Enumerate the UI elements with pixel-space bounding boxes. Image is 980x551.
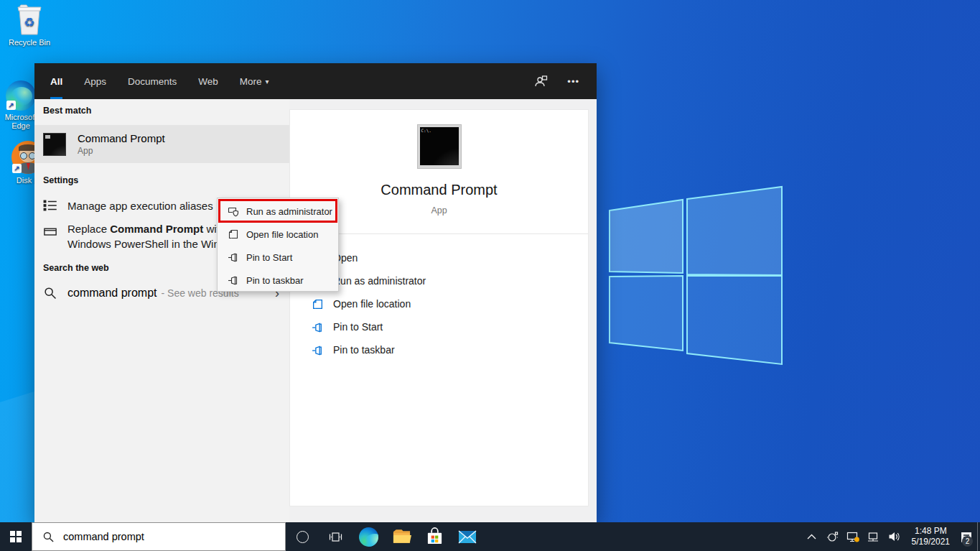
preview-title: Command Prompt [290, 182, 588, 198]
result-label: Replace Command Prompt with Windows Powe… [67, 221, 225, 251]
tray-network-button[interactable] [864, 522, 885, 551]
action-label: Run as administrator [333, 275, 426, 287]
svg-text:♻: ♻ [24, 16, 34, 29]
tab-apps[interactable]: Apps [84, 63, 106, 99]
show-desktop-button[interactable] [977, 522, 980, 551]
result-command-prompt[interactable]: Command Prompt App [34, 125, 289, 163]
search-icon [43, 286, 57, 300]
chevron-up-icon [807, 534, 816, 540]
cortana-button[interactable] [286, 522, 319, 551]
file-location-icon [228, 228, 239, 240]
task-view-button[interactable] [319, 522, 352, 551]
clock-date: 5/19/2021 [912, 537, 950, 547]
web-query: command prompt [67, 287, 157, 300]
menu-item-label: Open file location [246, 229, 318, 240]
system-tray: 1:48 PM 5/19/2021 2 [801, 522, 980, 551]
window-icon [43, 224, 57, 239]
search-query-text: command prompt [63, 531, 144, 542]
desktop-icon-label: Recycle Bin [1, 38, 57, 47]
clock-time: 1:48 PM [915, 526, 947, 537]
tray-circle-icon [826, 531, 839, 543]
section-header-best-match: Best match [43, 106, 91, 116]
sync-alert-icon [846, 531, 860, 543]
context-menu-pin-to-start[interactable]: Pin to Start [218, 246, 338, 269]
mail-button[interactable] [451, 522, 484, 551]
context-menu-run-as-administrator[interactable]: Run as administrator [218, 200, 338, 223]
tray-expand-button[interactable] [801, 522, 822, 551]
pin-icon [312, 344, 324, 356]
action-label: Pin to Start [333, 321, 383, 333]
microsoft-store-button[interactable] [418, 522, 451, 551]
context-menu: Run as administrator Open file location [217, 198, 339, 292]
menu-item-label: Pin to taskbar [246, 275, 304, 286]
shortcut-arrow-icon: ↗ [12, 164, 22, 173]
action-pin-to-taskbar[interactable]: Pin to taskbar [290, 338, 588, 361]
search-results-panel: All Apps Documents Web More ▾ ••• [34, 63, 597, 522]
section-header-settings: Settings [43, 175, 78, 185]
preview-pane: Command Prompt App Open [289, 99, 597, 522]
menu-item-label: Pin to Start [246, 252, 292, 263]
pin-icon [312, 321, 324, 333]
file-location-icon [312, 298, 324, 310]
search-icon [42, 531, 55, 543]
list-icon [43, 198, 57, 213]
command-prompt-icon [43, 133, 66, 156]
task-view-icon [329, 531, 342, 543]
tab-all[interactable]: All [50, 63, 62, 99]
tab-more[interactable]: More ▾ [240, 63, 269, 99]
results-list: Best match Command Prompt App Settings [34, 99, 289, 522]
edge-icon [359, 527, 378, 547]
pin-icon [228, 274, 239, 286]
tab-documents[interactable]: Documents [128, 63, 177, 99]
preview-card: Command Prompt App Open [289, 109, 589, 506]
start-button[interactable] [0, 522, 32, 551]
tab-web[interactable]: Web [198, 63, 218, 99]
action-label: Pin to taskbar [333, 344, 395, 356]
account-icon[interactable] [534, 74, 549, 88]
file-explorer-icon [392, 528, 411, 545]
more-options-icon[interactable]: ••• [567, 76, 579, 87]
result-title: Command Prompt [78, 132, 165, 144]
shield-window-icon [228, 205, 239, 217]
windows-start-icon [10, 531, 22, 543]
result-label: Manage app execution aliases [67, 200, 213, 212]
taskbar-search-box[interactable]: command prompt [32, 522, 286, 551]
command-prompt-icon-large [417, 124, 462, 169]
tray-volume-button[interactable] [885, 522, 905, 551]
windows-logo [596, 172, 797, 381]
windows-desktop: ♻ Recycle Bin ↗ Microsoft Edge ↗ Disk D [0, 0, 980, 551]
edge-taskbar-button[interactable] [352, 522, 385, 551]
search-results-body: Best match Command Prompt App Settings [34, 99, 597, 522]
microsoft-store-icon [426, 527, 444, 546]
section-header-search-web: Search the web [43, 263, 109, 273]
context-menu-pin-to-taskbar[interactable]: Pin to taskbar [218, 269, 338, 292]
tray-sync-alert-button[interactable] [843, 522, 864, 551]
search-tabs-bar: All Apps Documents Web More ▾ ••• [34, 63, 597, 99]
file-explorer-button[interactable] [385, 522, 418, 551]
volume-icon [888, 531, 901, 542]
action-label: Open file location [333, 298, 411, 310]
taskbar: command prompt [0, 522, 980, 551]
tray-meet-now-button[interactable] [822, 522, 843, 551]
menu-item-label: Run as administrator [246, 206, 332, 217]
cortana-icon [297, 531, 309, 543]
recycle-bin-icon: ♻ [14, 3, 45, 36]
network-icon [867, 531, 880, 542]
action-center-button[interactable]: 2 [956, 522, 977, 551]
action-pin-to-start[interactable]: Pin to Start [290, 315, 588, 338]
result-subtitle: App [78, 146, 165, 156]
desktop-icon-recycle-bin[interactable]: ♻ Recycle Bin [1, 3, 57, 47]
taskbar-clock[interactable]: 1:48 PM 5/19/2021 [905, 522, 956, 551]
mail-icon [458, 529, 477, 545]
pin-icon [228, 251, 239, 263]
context-menu-open-file-location[interactable]: Open file location [218, 223, 338, 246]
chevron-down-icon: ▾ [266, 78, 269, 85]
notification-badge: 2 [962, 536, 973, 547]
edge-icon: ↗ [6, 80, 36, 111]
action-open-file-location[interactable]: Open file location [290, 292, 588, 315]
shortcut-arrow-icon: ↗ [6, 101, 16, 110]
